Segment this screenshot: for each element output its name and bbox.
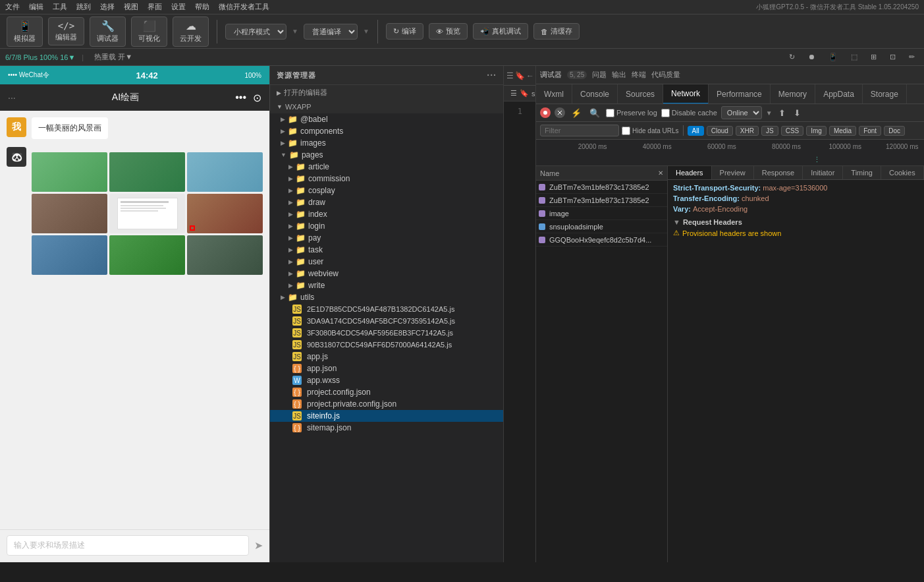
tab-performance[interactable]: Performance — [709, 84, 771, 104]
tab-memory[interactable]: Memory — [771, 84, 815, 104]
menu-wechat-tools[interactable]: 微信开发者工具 — [219, 2, 269, 12]
file-2e1d[interactable]: JS 2E1D7B85CDC549AF487B1382DC6142A5.js — [270, 303, 503, 315]
file-project-private[interactable]: { } project.private.config.json — [270, 398, 503, 410]
headers-tab-initiator[interactable]: Initiator — [803, 166, 843, 179]
folder-login[interactable]: ▶ 📁 login — [270, 220, 503, 232]
compile-select[interactable]: 普通编译 — [304, 24, 358, 40]
preserve-log-checkbox[interactable]: Preserve log — [606, 109, 657, 117]
menu-tools[interactable]: 工具 — [53, 2, 67, 12]
file-sitemap[interactable]: { } sitemap.json — [270, 422, 503, 434]
phone-btn-2[interactable]: 📱 — [825, 51, 842, 63]
refresh-btn[interactable]: ↻ — [785, 51, 799, 63]
menu-goto[interactable]: 跳到 — [76, 2, 91, 12]
folder-components[interactable]: ▶ 📁 components — [270, 125, 503, 137]
hide-data-urls-input[interactable] — [622, 127, 630, 135]
hot-reload-button[interactable]: 热重载 开▼ — [90, 51, 136, 63]
folder-commission[interactable]: ▶ 📁 commission — [270, 173, 503, 185]
menu-edit[interactable]: 编辑 — [29, 2, 43, 12]
real-debug-button[interactable]: 📲 真机调试 — [473, 23, 528, 40]
phone-text-input[interactable]: 输入要求和场景描述 — [7, 535, 249, 556]
preserve-log-input[interactable] — [606, 109, 614, 117]
folder-images[interactable]: ▶ 📁 images — [270, 137, 503, 149]
filter-media[interactable]: Media — [829, 126, 856, 136]
tab-sources[interactable]: Sources — [618, 84, 663, 104]
record-btn[interactable]: ⏺ — [804, 51, 819, 63]
headers-tab-headers[interactable]: Headers — [668, 166, 712, 179]
folder-index[interactable]: ▶ 📁 index — [270, 208, 503, 220]
close-panel-btn[interactable]: ✕ — [658, 169, 663, 177]
folder-pages[interactable]: ▼ 📁 pages — [270, 149, 503, 161]
disable-cache-checkbox[interactable]: Disable cache — [661, 109, 717, 117]
search-button[interactable]: 🔍 — [587, 107, 602, 119]
editor-button[interactable]: </> 编辑器 — [48, 17, 84, 45]
visual-button[interactable]: ⬛ 可视化 — [131, 16, 167, 47]
hide-data-urls-checkbox[interactable]: Hide data URLs — [622, 127, 679, 135]
import-har-button[interactable]: ⬆ — [776, 107, 788, 119]
headers-tab-response[interactable]: Response — [754, 166, 803, 179]
menu-help[interactable]: 帮助 — [195, 2, 209, 12]
file-90b3[interactable]: JS 90B31807CDC549AFF6D57000A64142A5.js — [270, 339, 503, 351]
filter-all[interactable]: All — [688, 126, 704, 136]
mode-select[interactable]: 小程序模式 — [225, 24, 286, 40]
menu-interface[interactable]: 界面 — [148, 2, 162, 12]
menu-select[interactable]: 选择 — [100, 2, 115, 12]
folder-babel[interactable]: ▶ 📁 @babel — [270, 113, 503, 125]
file-app-js[interactable]: JS app.js — [270, 351, 503, 363]
open-editors-section[interactable]: ▶ 打开的编辑器 — [270, 85, 503, 100]
folder-utils[interactable]: ▶ 📁 utils — [270, 291, 503, 303]
preview-button[interactable]: 👁 预览 — [429, 23, 468, 40]
file-app-wxss[interactable]: W app.wxss — [270, 374, 503, 386]
tab-appdata[interactable]: AppData — [815, 84, 863, 104]
debugger-tab-label[interactable]: 调试器 — [540, 70, 562, 80]
file-3da9[interactable]: JS 3DA9A174CDC549AF5BCFC973595142A5.js — [270, 315, 503, 327]
network-row-3[interactable]: image — [536, 207, 667, 220]
folder-cosplay[interactable]: ▶ 📁 cosplay — [270, 185, 503, 196]
paint-btn[interactable]: ✏ — [905, 51, 919, 63]
editor-content[interactable]: 1 module.exports={host:"https://demo3.cx… — [504, 102, 535, 562]
tab-console[interactable]: Console — [572, 84, 618, 104]
folder-article[interactable]: ▶ 📁 article — [270, 161, 503, 173]
tab-wxml[interactable]: Wxml — [536, 84, 572, 104]
folder-task[interactable]: ▶ 📁 task — [270, 244, 503, 256]
terminal-tab[interactable]: 终端 — [632, 70, 646, 80]
filter-js[interactable]: JS — [761, 126, 778, 136]
filter-css[interactable]: CSS — [781, 126, 804, 136]
file-project-config[interactable]: { } project.config.json — [270, 386, 503, 398]
clear-cache-button[interactable]: 🗑 清缓存 — [533, 23, 580, 40]
folder-draw[interactable]: ▶ 📁 draw — [270, 196, 503, 208]
file-siteinfo[interactable]: JS siteinfo.js — [270, 410, 503, 422]
file-app-json[interactable]: { } app.json — [270, 363, 503, 374]
phone-nav-dot-menu[interactable]: ••• — [235, 92, 246, 104]
grid-btn[interactable]: ⊞ — [867, 51, 881, 63]
compile-button[interactable]: ↻ 编译 — [386, 23, 423, 40]
headers-tab-timing[interactable]: Timing — [843, 166, 881, 179]
menu-view[interactable]: 视图 — [124, 2, 138, 12]
simulator-button[interactable]: 📱 模拟器 — [7, 16, 43, 47]
headers-tab-cookies[interactable]: Cookies — [881, 166, 924, 179]
code-quality-tab[interactable]: 代码质量 — [651, 70, 680, 80]
filter-toggle-button[interactable]: ⚡ — [569, 107, 584, 119]
filter-doc[interactable]: Doc — [884, 126, 905, 136]
folder-write[interactable]: ▶ 📁 write — [270, 279, 503, 291]
filter-font[interactable]: Font — [859, 126, 881, 136]
cloud-button[interactable]: ☁ 云开发 — [173, 16, 209, 47]
menu-file[interactable]: 文件 — [5, 2, 20, 12]
more-options-icon[interactable]: ··· — [487, 70, 497, 80]
filter-img[interactable]: Img — [806, 126, 827, 136]
tab-storage[interactable]: Storage — [863, 84, 907, 104]
network-row-1[interactable]: ZuBTm7e3m1bfe873c17385e2 — [536, 181, 667, 194]
filter-cloud[interactable]: Cloud — [707, 126, 733, 136]
filter-input[interactable] — [540, 125, 619, 136]
folder-user[interactable]: ▶ 📁 user — [270, 256, 503, 268]
output-tab[interactable]: 输出 — [612, 70, 626, 80]
send-button[interactable]: ➤ — [254, 539, 263, 552]
layout-btn[interactable]: ⬚ — [847, 51, 861, 63]
folder-pay[interactable]: ▶ 📁 pay — [270, 232, 503, 244]
disable-cache-input[interactable] — [661, 109, 670, 117]
clear-network-button[interactable] — [555, 107, 565, 118]
throttle-select[interactable]: Online — [721, 106, 762, 119]
wxapp-section[interactable]: ▼ WXAPP — [270, 100, 503, 113]
menu-settings[interactable]: 设置 — [171, 2, 186, 12]
record-button[interactable] — [540, 107, 551, 118]
filter-xhr[interactable]: XHR — [736, 126, 759, 136]
